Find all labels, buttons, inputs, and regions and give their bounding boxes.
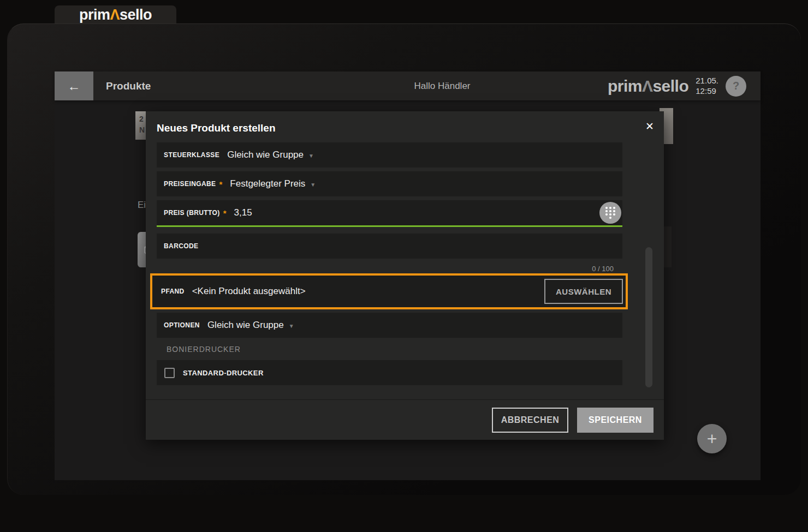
help-button[interactable]: ? (726, 76, 746, 97)
question-mark-icon: ? (733, 80, 739, 92)
pfand-select-button[interactable]: AUSWÄHLEN (544, 279, 623, 304)
plus-icon: + (707, 429, 717, 449)
create-product-modal: Neues Produkt erstellen ✕ STEUERKLASSE G… (146, 111, 664, 440)
optionen-value: Gleich wie Gruppe (207, 320, 284, 331)
greeting-text: Hallo Händler (388, 81, 497, 92)
preis-label: PREIS (BRUTTO) (164, 209, 220, 217)
optionen-dropdown[interactable]: OPTIONEN Gleich wie Gruppe ▼ (157, 313, 622, 338)
required-asterisk: * (219, 180, 223, 189)
appbar-right-cluster: primΛsello 21.05. 12:59 ? (608, 76, 746, 97)
chevron-down-icon: ▼ (310, 181, 316, 188)
preis-value: 3,15 (234, 207, 252, 218)
pfand-field-inner: PFAND <Kein Produkt ausgewählt> AUSWÄHLE… (152, 276, 626, 307)
steuerklasse-value: Gleich wie Gruppe (227, 150, 304, 160)
pfand-field-highlighted: PFAND <Kein Produkt ausgewählt> AUSWÄHLE… (150, 273, 628, 309)
logo-triangle-icon: Λ (642, 77, 653, 95)
standard-drucker-checkbox[interactable] (164, 368, 175, 378)
header-primasello-logo: primΛsello (608, 77, 688, 95)
required-asterisk: * (223, 208, 227, 218)
logo-text-suffix: sello (652, 77, 688, 95)
barcode-char-counter: 0 / 100 (592, 265, 614, 273)
datetime-display: 21.05. 12:59 (696, 76, 718, 97)
add-product-fab[interactable]: + (697, 424, 727, 453)
back-arrow-icon: ← (68, 79, 81, 93)
numpad-button[interactable] (599, 202, 621, 224)
steuerklasse-dropdown[interactable]: STEUERKLASSE Gleich wie Gruppe ▼ (157, 142, 622, 168)
steuerklasse-label: STEUERKLASSE (164, 151, 219, 159)
barcode-label: BARCODE (164, 242, 198, 250)
modal-scrollbar-thumb[interactable] (645, 247, 652, 387)
standard-drucker-row: STANDARD-DRUCKER (157, 360, 622, 385)
pfand-label: PFAND (161, 288, 185, 295)
logo-triangle-icon: Λ (110, 7, 120, 23)
standard-drucker-label: STANDARD-DRUCKER (183, 369, 264, 377)
modal-footer: ABBRECHEN SPEICHERN (146, 399, 664, 440)
barcode-input[interactable]: BARCODE (157, 234, 622, 259)
save-button[interactable]: SPEICHERN (577, 408, 653, 433)
preiseingabe-label: PREISEINGABE (164, 180, 216, 188)
modal-title: Neues Produkt erstellen (157, 122, 276, 134)
time-text: 12:59 (696, 86, 718, 97)
app-header: ← Produkte Hallo Händler primΛsello 21.0… (55, 71, 761, 100)
preiseingabe-value: Festgelegter Preis (230, 178, 305, 189)
page-title: Produkte (106, 80, 151, 92)
cancel-button[interactable]: ABBRECHEN (492, 408, 568, 433)
primasello-logo: primΛsello (79, 7, 152, 23)
pfand-value: <Kein Produkt ausgewählt> (192, 286, 306, 297)
occluded-heading: Ei (138, 200, 146, 211)
logo-text-prefix: prim (79, 7, 110, 23)
chevron-down-icon: ▼ (308, 152, 314, 159)
close-icon: ✕ (645, 121, 654, 132)
logo-text-prefix: prim (608, 77, 642, 95)
bonierdrucker-section-label: BONIERDRUCKER (167, 345, 241, 354)
page: primΛsello 2 N Ei ← Produkte Hallo Händl… (0, 0, 808, 532)
close-button[interactable]: ✕ (645, 120, 654, 133)
chevron-down-icon: ▼ (289, 322, 294, 329)
dialpad-icon (604, 206, 616, 220)
back-button[interactable]: ← (55, 71, 93, 100)
preiseingabe-dropdown[interactable]: PREISEINGABE * Festgelegter Preis ▼ (157, 171, 622, 196)
date-text: 21.05. (696, 76, 718, 86)
preis-brutto-input[interactable]: PREIS (BRUTTO) * 3,15 (157, 200, 622, 227)
optionen-label: OPTIONEN (164, 321, 200, 329)
logo-text-suffix: sello (120, 7, 152, 23)
